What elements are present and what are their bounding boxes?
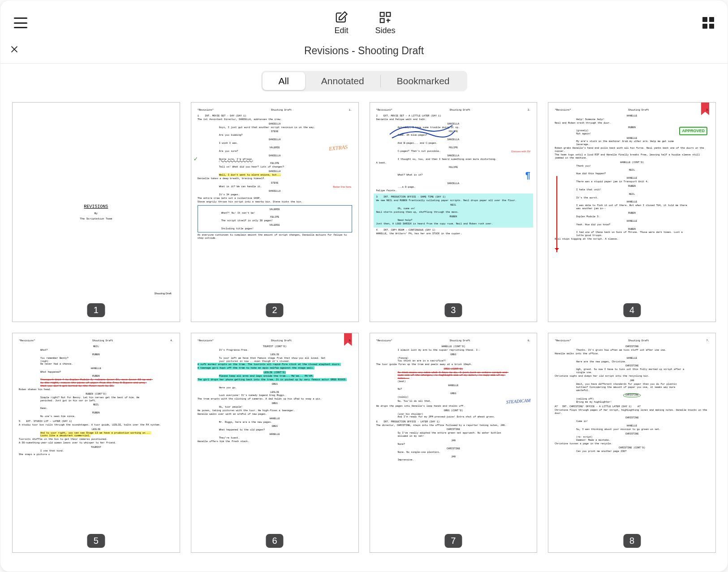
svg-rect-0 [380, 12, 384, 16]
menu-icon[interactable] [14, 17, 27, 28]
sides-icon [379, 11, 392, 24]
page-number-badge: 5 [87, 534, 105, 548]
cover-footer: Shooting Draft [154, 292, 171, 295]
page-number-badge: 1 [87, 303, 105, 317]
checkmark-icon: ✓ [194, 155, 198, 163]
tab-all[interactable]: All [263, 72, 305, 90]
page-thumbnail[interactable]: "Revisions"Shooting Draft2. 2 EXT. MOVIE… [370, 102, 538, 322]
highlight-block: 3 INT. PRODUCTION OFFICE - SAME TIME (DA… [374, 194, 534, 228]
sides-label: Sides [375, 26, 396, 35]
tab-annotated[interactable]: Annotated [305, 72, 380, 90]
tab-bookmarked[interactable]: Bookmarked [381, 72, 466, 90]
pilcrow-icon: ¶ [525, 170, 530, 181]
page-thumbnail[interactable]: REVISIONS By The Scriptation Team Shooti… [12, 102, 180, 322]
edit-button[interactable]: Edit [334, 11, 348, 35]
page-number-badge: 4 [623, 303, 641, 317]
page-number-badge: 8 [623, 534, 641, 548]
edit-label: Edit [334, 26, 348, 35]
svg-rect-2 [380, 18, 384, 22]
cover-team: The Scriptation Team [80, 217, 112, 220]
scribble-annotation [385, 121, 457, 143]
page-thumbnail[interactable]: "Revisions"Shooting Draft1. 1 INT. MOVIE… [191, 102, 359, 322]
annotation-note: Discuss with SV [511, 150, 530, 154]
svg-rect-1 [387, 12, 391, 16]
handwritten-note: EXTRAS [328, 144, 348, 152]
cover-by: By [95, 212, 98, 215]
page-title: Revisions - Shooting Draft [23, 45, 705, 57]
circle-annotation: CHRISTINE [623, 393, 641, 397]
toolbar: Edit Sides [0, 0, 728, 41]
cover-title: REVISIONS [84, 204, 108, 209]
arrow-annotation [556, 176, 557, 252]
annotation-note: Better line here. [333, 185, 352, 189]
page-number-badge: 7 [444, 534, 462, 548]
page-thumbnail[interactable]: "Revisions"Shooting Draft4. NEIL What? R… [12, 333, 180, 553]
page-thumbnail[interactable]: "Revisions"Shooting Draft6. HANELLE (CON… [370, 333, 538, 553]
page-thumbnail[interactable]: APPROVED "Revisions"Shooting Draft3. HAN… [548, 102, 716, 322]
page-number-badge: 2 [266, 303, 284, 317]
filter-segmented: All Annotated Bookmarked [0, 64, 728, 98]
strikethrough-annotation: Transport Unit 4 to Duplex Module 3, rel… [40, 378, 153, 387]
sides-button[interactable]: Sides [375, 11, 396, 35]
page-thumbnail[interactable]: "Revisions"Shooting Draft7. CHRISTINE Th… [548, 333, 716, 553]
view-grid-icon[interactable] [702, 17, 714, 29]
close-icon[interactable] [9, 44, 23, 57]
approved-stamp: APPROVED [679, 127, 707, 135]
edit-icon [335, 11, 348, 24]
handwritten-note: STEADICAM [506, 398, 530, 405]
page-thumbnail[interactable]: "Revisions"Shooting Draft5. TOURIST (CON… [191, 333, 359, 553]
page-number-badge: 6 [266, 534, 284, 548]
page-number-badge: 3 [444, 303, 462, 317]
titlebar: Revisions - Shooting Draft [0, 41, 728, 64]
box-annotation: VALERIE What?! No! It can't be! FELIPE T… [198, 205, 352, 232]
pages-grid-container[interactable]: REVISIONS By The Scriptation Team Shooti… [0, 98, 728, 572]
